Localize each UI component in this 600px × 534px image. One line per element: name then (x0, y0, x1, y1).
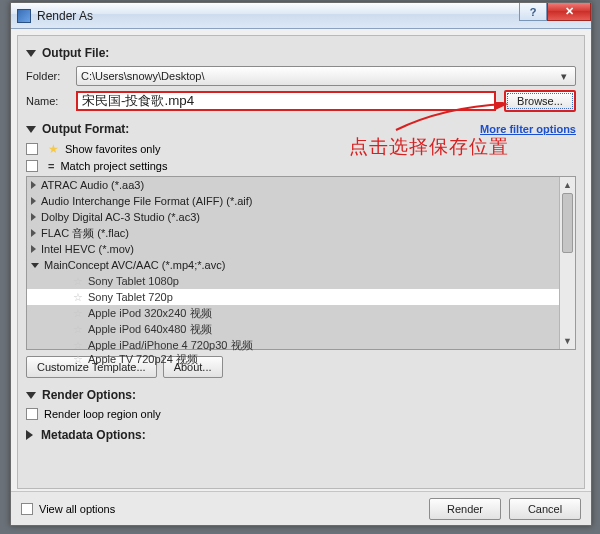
dialog-body: Output File: Folder: C:\Users\snowy\Desk… (17, 35, 585, 489)
scroll-thumb[interactable] (562, 193, 573, 253)
template-item[interactable]: ☆Apple TV 720p24 视频 (27, 353, 575, 365)
folder-value: C:\Users\snowy\Desktop\ (81, 70, 204, 82)
template-item[interactable]: ☆Apple iPod 640x480 视频 (27, 321, 575, 337)
section-label: Output File: (42, 46, 109, 60)
render-button[interactable]: Render (429, 498, 501, 520)
section-render-options[interactable]: Render Options: (26, 388, 576, 402)
section-label: Output Format: (42, 122, 129, 136)
help-button[interactable]: ? (519, 3, 547, 21)
tree-item[interactable]: Dolby Digital AC-3 Studio (*.ac3) (27, 209, 575, 225)
section-label: Metadata Options: (41, 428, 146, 442)
close-button[interactable]: ✕ (547, 3, 591, 21)
chevron-down-icon (26, 50, 36, 57)
view-all-checkbox[interactable] (21, 503, 33, 515)
chevron-right-icon (31, 229, 36, 237)
template-item-selected[interactable]: ☆Sony Tablet 720p (27, 289, 575, 305)
star-icon: ★ (48, 142, 59, 156)
chevron-right-icon (31, 197, 36, 205)
chevron-down-icon (26, 392, 36, 399)
star-outline-icon: ☆ (73, 323, 83, 336)
template-item[interactable]: ☆Apple iPad/iPhone 4 720p30 视频 (27, 337, 575, 353)
scrollbar[interactable]: ▲ ▼ (559, 177, 575, 349)
render-as-dialog: Render As ? ✕ Output File: Folder: C:\Us… (10, 2, 592, 526)
equals-icon: = (48, 160, 54, 172)
name-label: Name: (26, 95, 76, 107)
chevron-down-icon: ▾ (557, 69, 571, 83)
chevron-down-icon (31, 263, 39, 268)
folder-label: Folder: (26, 70, 76, 82)
template-item[interactable]: ☆Apple iPod 320x240 视频 (27, 305, 575, 321)
chevron-right-icon (26, 430, 33, 440)
template-item[interactable]: ☆Sony Tablet 1080p (27, 273, 575, 289)
section-metadata-options[interactable]: Metadata Options: (26, 428, 576, 442)
star-outline-icon: ☆ (73, 291, 83, 304)
cancel-button[interactable]: Cancel (509, 498, 581, 520)
show-favorites-label: Show favorites only (65, 143, 160, 155)
show-favorites-checkbox[interactable] (26, 143, 38, 155)
dialog-footer: View all options Render Cancel (11, 491, 591, 525)
chevron-down-icon (26, 126, 36, 133)
view-all-label: View all options (39, 503, 115, 515)
tree-item[interactable]: Intel HEVC (*.mov) (27, 241, 575, 257)
chevron-right-icon (31, 245, 36, 253)
match-project-checkbox[interactable] (26, 160, 38, 172)
more-filter-link[interactable]: More filter options (480, 123, 576, 135)
tree-item[interactable]: MainConcept AVC/AAC (*.mp4;*.avc) (27, 257, 575, 273)
filename-input[interactable] (76, 91, 496, 111)
folder-dropdown[interactable]: C:\Users\snowy\Desktop\ ▾ (76, 66, 576, 86)
section-output-file[interactable]: Output File: (26, 46, 576, 60)
app-icon (17, 9, 31, 23)
section-output-format[interactable]: Output Format: More filter options (26, 122, 576, 136)
scroll-down-icon[interactable]: ▼ (560, 333, 575, 349)
chevron-right-icon (31, 181, 36, 189)
chevron-right-icon (31, 213, 36, 221)
scroll-up-icon[interactable]: ▲ (560, 177, 575, 193)
titlebar[interactable]: Render As ? ✕ (11, 3, 591, 29)
window-title: Render As (37, 9, 93, 23)
star-outline-icon: ☆ (73, 339, 83, 352)
loop-region-label: Render loop region only (44, 408, 161, 420)
format-tree[interactable]: ATRAC Audio (*.aa3) Audio Interchange Fi… (26, 176, 576, 350)
tree-item[interactable]: ATRAC Audio (*.aa3) (27, 177, 575, 193)
loop-region-checkbox[interactable] (26, 408, 38, 420)
star-outline-icon: ☆ (73, 307, 83, 320)
window-buttons: ? ✕ (519, 3, 591, 21)
star-outline-icon: ☆ (73, 353, 83, 365)
section-label: Render Options: (42, 388, 136, 402)
tree-item[interactable]: Audio Interchange File Format (AIFF) (*.… (27, 193, 575, 209)
browse-button[interactable]: Browse... (504, 90, 576, 112)
tree-item[interactable]: FLAC 音频 (*.flac) (27, 225, 575, 241)
match-project-label: Match project settings (60, 160, 167, 172)
star-outline-icon: ☆ (73, 275, 83, 288)
